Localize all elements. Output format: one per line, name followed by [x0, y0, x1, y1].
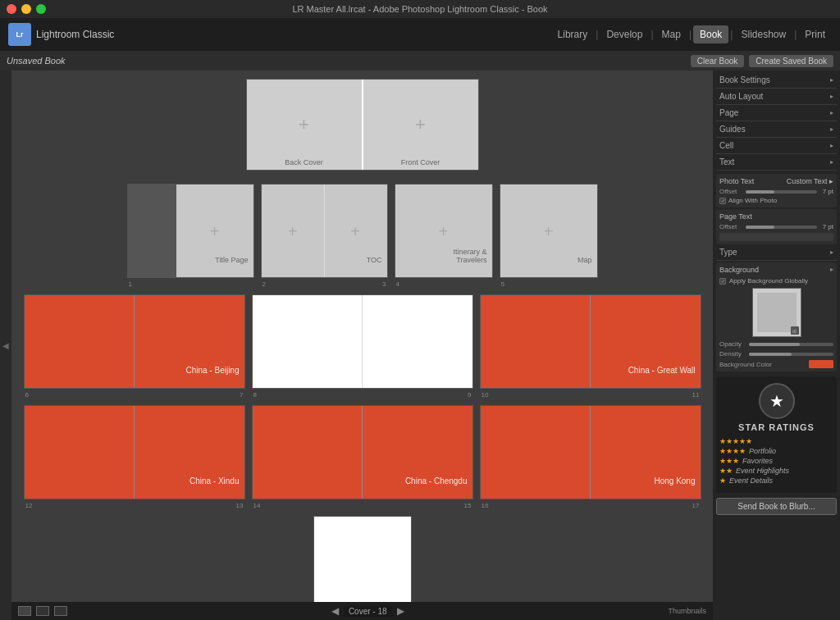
book-grid: + Back Cover + Front Cover [20, 79, 705, 620]
nav-print[interactable]: Print [798, 25, 832, 43]
background-section: Background ▸ ✓ Apply Background Globally… [716, 262, 837, 372]
star-icon: ★ [759, 383, 795, 419]
left-panel-toggle[interactable]: ◀ [0, 71, 11, 620]
back-cover-page[interactable]: + Back Cover [247, 80, 362, 170]
window-title: LR Master All.lrcat - Adobe Photoshop Li… [292, 4, 547, 14]
white-left [253, 295, 362, 389]
map-page: + Map [500, 185, 597, 278]
book-settings-row[interactable]: Book Settings ▸ [716, 74, 837, 86]
align-with-photo-checkbox[interactable]: ✓ Align With Photo [719, 197, 833, 204]
apply-globally-checkbox: ✓ [719, 278, 726, 285]
white-spread-unit: 8 9 [252, 294, 473, 399]
text-row[interactable]: Text ▸ [716, 156, 837, 168]
final-page-white [314, 517, 411, 610]
greatwall-right: China - Great Wall [591, 295, 701, 389]
title-page-light: + Title Page [176, 185, 253, 278]
lr-icon: Lr [8, 23, 31, 46]
detail-view-icon[interactable] [54, 606, 67, 616]
xindu-spread[interactable]: China - Xindu [24, 405, 245, 499]
three-stars-label: Favorites [742, 457, 773, 465]
photo-text-section: Photo Text Custom Text ▸ Offset 7 pt ✓ A… [716, 174, 837, 207]
pages-row-2: China - Beijing 6 7 [20, 294, 705, 399]
greatwall-spread[interactable]: China - Great Wall [480, 294, 701, 389]
map-spread[interactable]: + Map [500, 184, 598, 278]
chengdu-spread[interactable]: China - Chengdu [252, 405, 473, 499]
app-name: Lightroom Classic [36, 29, 114, 40]
star-row-4: ★★★★ Portfolio [719, 447, 833, 455]
nav-develop[interactable]: Develop [600, 25, 649, 43]
bg-color-swatch[interactable] [809, 360, 833, 368]
final-page[interactable] [313, 516, 412, 610]
nav-library[interactable]: Library [551, 25, 595, 43]
add-photo-icon: + [415, 114, 426, 135]
page-text-preview [719, 233, 833, 241]
close-button[interactable] [7, 4, 16, 14]
create-saved-book-button[interactable]: Create Saved Book [749, 55, 833, 67]
cell-row[interactable]: Cell ▸ [716, 139, 837, 152]
nav-map[interactable]: Map [655, 25, 687, 43]
front-cover-page[interactable]: + Front Cover [363, 80, 478, 170]
nav-book[interactable]: Book [693, 25, 728, 43]
auto-layout-label: Auto Layout [719, 92, 763, 101]
prev-page-button[interactable]: ◀ [331, 605, 339, 617]
pages-row-3: China - Xindu 12 13 China - Chengdu [20, 405, 705, 509]
toc-spread[interactable]: + + TOC [261, 184, 388, 278]
xindu-left [25, 406, 134, 499]
auto-layout-row[interactable]: Auto Layout ▸ [716, 90, 837, 103]
book-canvas: + Back Cover + Front Cover [11, 71, 713, 620]
rp-settings-section: Book Settings ▸ Auto Layout ▸ Page ▸ Gui… [716, 74, 837, 171]
nav-slideshow[interactable]: Slideshow [734, 25, 792, 43]
page-info: Cover - 18 [344, 606, 392, 617]
one-star: ★ [719, 476, 726, 485]
hongkong-spread[interactable]: Hong Kong [480, 405, 701, 499]
title-page-spread[interactable]: + Title Page [127, 184, 254, 278]
beijing-unit: China - Beijing 6 7 [24, 294, 245, 399]
list-view-icon[interactable] [36, 606, 49, 616]
top-nav: Lr Lightroom Classic Library | Develop |… [0, 18, 840, 51]
type-label: Type [719, 248, 737, 257]
offset-slider[interactable] [746, 190, 817, 194]
type-row[interactable]: Type ▸ [716, 246, 837, 258]
next-page-button[interactable]: ▶ [397, 605, 404, 617]
beijing-spread[interactable]: China - Beijing [24, 294, 245, 389]
hongkong-left [481, 406, 590, 499]
page-row[interactable]: Page ▸ [716, 107, 837, 119]
send-to-blurb-button[interactable]: Send Book to Blurb... [716, 498, 837, 515]
grid-view-icon[interactable] [18, 606, 31, 616]
itinerary-spread[interactable]: + Itinerary &Travelers [395, 184, 493, 278]
guides-label: Guides [719, 125, 746, 134]
opacity-slider[interactable] [749, 343, 833, 346]
itinerary-unit: + Itinerary &Travelers 4 [395, 184, 493, 288]
xindu-unit: China - Xindu 12 13 [24, 405, 245, 509]
apply-globally-row[interactable]: ✓ Apply Background Globally [719, 277, 833, 285]
background-preview[interactable]: ⊞ [752, 288, 801, 337]
chengdu-right: China - Chengdu [363, 406, 472, 499]
page-offset-label: Offset [719, 223, 742, 230]
maximize-button[interactable] [36, 4, 46, 14]
cover-spread: + Back Cover + Front Cover [20, 79, 705, 171]
two-stars: ★★ [719, 467, 733, 475]
star-ratings-promo: ★ STAR RATINGS ★★★★★ ★★★★ Portfolio ★★★ … [716, 376, 837, 493]
apply-globally-label: Apply Background Globally [729, 277, 808, 285]
page-offset-value: 7 pt [820, 223, 833, 230]
page-text-section: Page Text Offset 7 pt [716, 209, 837, 244]
hongkong-unit: Hong Kong 16 17 [480, 405, 701, 509]
clear-book-button[interactable]: Clear Book [691, 55, 744, 67]
density-slider[interactable] [749, 353, 833, 356]
white-right [363, 295, 472, 389]
offset-label: Offset [719, 188, 742, 195]
book-label: Unsaved Book [7, 56, 66, 66]
bg-edit-icon[interactable]: ⊞ [791, 326, 799, 335]
toc-left: + [262, 185, 324, 278]
cell-label: Cell [719, 141, 733, 150]
white-spread[interactable] [252, 294, 473, 389]
minimize-button[interactable] [21, 4, 31, 14]
front-cover-label: Front Cover [363, 158, 478, 166]
title-bar: LR Master All.lrcat - Adobe Photoshop Li… [0, 0, 840, 18]
checkbox-icon: ✓ [719, 198, 726, 204]
page-offset-slider[interactable] [746, 226, 817, 229]
view-icons [18, 606, 67, 616]
beijing-left [25, 295, 134, 389]
greatwall-left [481, 295, 590, 389]
guides-row[interactable]: Guides ▸ [716, 123, 837, 135]
